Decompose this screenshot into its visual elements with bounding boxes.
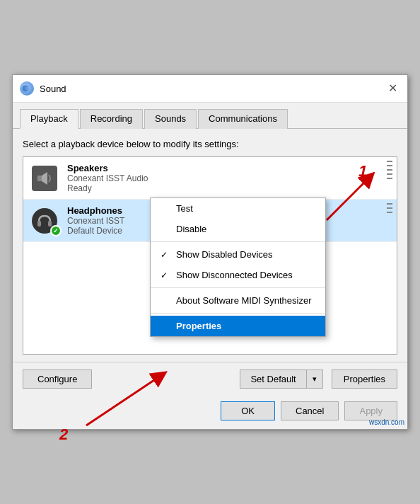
check-disconnected: ✓: [161, 270, 168, 280]
ctx-show-disconnected[interactable]: ✓ Show Disconnected Devices: [151, 265, 325, 285]
title-bar-left: Sound: [20, 81, 66, 96]
close-button[interactable]: ✕: [385, 81, 400, 96]
tab-recording[interactable]: Recording: [80, 109, 143, 129]
speakers-status: Ready: [67, 183, 390, 193]
scroll-bar-top: [385, 157, 394, 199]
watermark: wsxdn.com: [369, 418, 404, 426]
speaker-shape: [32, 166, 57, 191]
bottom-bar: Configure Set Default ▾ Properties: [13, 362, 407, 396]
tab-sounds[interactable]: Sounds: [144, 109, 197, 129]
tab-playback[interactable]: Playback: [20, 109, 78, 129]
ctx-about-midi[interactable]: About Software MIDI Synthesizer: [151, 290, 325, 311]
svg-rect-5: [48, 221, 52, 227]
window-title: Sound: [40, 84, 66, 94]
ctx-properties[interactable]: Properties: [151, 316, 325, 336]
device-item-speakers[interactable]: Speakers Conexant ISST Audio Ready: [23, 157, 397, 200]
default-check: ✓: [50, 225, 62, 236]
sound-dialog: Sound ✕ Playback Recording Sounds Commun…: [12, 74, 408, 430]
device-list-area: Speakers Conexant ISST Audio Ready: [23, 156, 397, 355]
ctx-sep-3: [151, 313, 325, 314]
headphone-device-icon: ✓: [30, 207, 59, 235]
speaker-device-icon: [30, 164, 59, 193]
configure-button[interactable]: Configure: [23, 370, 92, 389]
set-default-button[interactable]: Set Default: [240, 370, 305, 389]
ctx-sep-1: [151, 241, 325, 242]
ctx-properties-label: Properties: [176, 321, 221, 331]
set-default-group: Set Default ▾: [240, 370, 322, 389]
ctx-disable[interactable]: Disable: [151, 219, 325, 239]
main-content: Select a playback device below to modify…: [13, 129, 407, 362]
sound-icon: [20, 81, 34, 96]
ok-button[interactable]: OK: [221, 401, 275, 420]
scroll-bar-bottom: [385, 200, 394, 241]
speakers-name: Speakers: [67, 163, 390, 173]
set-default-dropdown[interactable]: ▾: [306, 370, 323, 389]
ctx-sep-2: [151, 287, 325, 288]
svg-rect-2: [37, 176, 42, 181]
svg-rect-4: [37, 221, 41, 227]
apply-button[interactable]: Apply: [344, 401, 397, 420]
dialog-footer: OK Cancel Apply: [13, 396, 407, 429]
ctx-test[interactable]: Test: [151, 198, 325, 219]
tab-communications[interactable]: Communications: [198, 109, 288, 129]
speakers-sub: Conexant ISST Audio: [67, 173, 390, 183]
properties-button[interactable]: Properties: [332, 370, 397, 389]
check-disabled: ✓: [161, 250, 168, 260]
speakers-info: Speakers Conexant ISST Audio Ready: [67, 163, 390, 193]
instruction-text: Select a playback device below to modify…: [23, 139, 397, 149]
svg-marker-3: [42, 172, 47, 185]
context-menu: Test Disable ✓ Show Disabled Devices ✓ S…: [150, 197, 326, 337]
tabs-row: Playback Recording Sounds Communications: [13, 103, 407, 129]
ctx-show-disabled[interactable]: ✓ Show Disabled Devices: [151, 244, 325, 265]
cancel-button[interactable]: Cancel: [281, 401, 339, 420]
title-bar: Sound ✕: [13, 75, 407, 103]
